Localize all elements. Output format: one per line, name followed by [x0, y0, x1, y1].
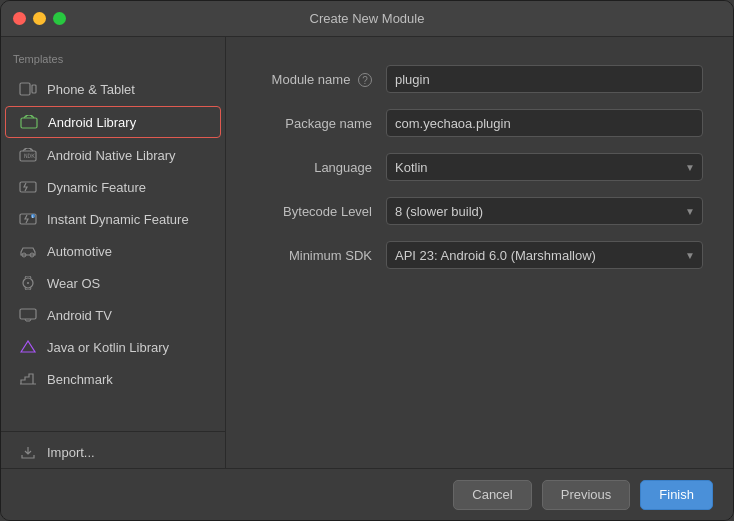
package-name-input[interactable] — [386, 109, 703, 137]
dynamic-feature-icon — [17, 178, 39, 196]
sidebar-item-instant-dynamic-feature[interactable]: i Instant Dynamic Feature — [5, 204, 221, 234]
android-library-icon — [18, 113, 40, 131]
svg-point-4 — [31, 116, 33, 118]
sidebar-item-dynamic-feature[interactable]: Dynamic Feature — [5, 172, 221, 202]
maximize-button[interactable] — [53, 12, 66, 25]
sidebar-item-label-automotive: Automotive — [47, 244, 112, 259]
package-name-row: Package name — [256, 109, 703, 137]
sidebar-item-label-android-native-library: Android Native Library — [47, 148, 176, 163]
sidebar-item-android-library[interactable]: Android Library — [5, 106, 221, 138]
min-sdk-select-wrapper: API 23: Android 6.0 (Marshmallow) API 21… — [386, 241, 703, 269]
minimize-button[interactable] — [33, 12, 46, 25]
svg-text:NDK: NDK — [24, 152, 35, 159]
sidebar-item-android-tv[interactable]: Android TV — [5, 300, 221, 330]
automotive-icon — [17, 242, 39, 260]
language-select[interactable]: Kotlin Java — [386, 153, 703, 181]
svg-point-3 — [25, 116, 27, 118]
svg-point-7 — [30, 149, 32, 151]
minimum-sdk-label: Minimum SDK — [256, 248, 386, 263]
svg-rect-17 — [20, 309, 36, 319]
window-title: Create New Module — [310, 11, 425, 26]
import-icon — [17, 443, 39, 461]
minimum-sdk-select[interactable]: API 23: Android 6.0 (Marshmallow) API 21… — [386, 241, 703, 269]
svg-rect-1 — [32, 85, 36, 93]
java-kotlin-library-icon — [17, 338, 39, 356]
title-bar: Create New Module — [1, 1, 733, 37]
dialog-footer: Cancel Previous Finish — [1, 468, 733, 520]
module-name-input[interactable] — [386, 65, 703, 93]
bytecode-level-label: Bytecode Level — [256, 204, 386, 219]
sidebar-item-phone-tablet[interactable]: Phone & Tablet — [5, 74, 221, 104]
instant-dynamic-feature-icon: i — [17, 210, 39, 228]
language-select-wrapper: Kotlin Java ▼ — [386, 153, 703, 181]
cancel-button[interactable]: Cancel — [453, 480, 531, 510]
minimum-sdk-row: Minimum SDK API 23: Android 6.0 (Marshma… — [256, 241, 703, 269]
svg-rect-2 — [21, 118, 37, 128]
sidebar-item-label-java-kotlin-library: Java or Kotlin Library — [47, 340, 169, 355]
sidebar-item-automotive[interactable]: Automotive — [5, 236, 221, 266]
close-button[interactable] — [13, 12, 26, 25]
sidebar-item-wear-os[interactable]: Wear OS — [5, 268, 221, 298]
svg-marker-18 — [21, 341, 35, 352]
sidebar-item-label-dynamic-feature: Dynamic Feature — [47, 180, 146, 195]
language-row: Language Kotlin Java ▼ — [256, 153, 703, 181]
language-label: Language — [256, 160, 386, 175]
sidebar-item-java-kotlin-library[interactable]: Java or Kotlin Library — [5, 332, 221, 362]
svg-rect-9 — [20, 182, 36, 192]
sidebar-item-android-native-library[interactable]: NDK Android Native Library — [5, 140, 221, 170]
sidebar-item-label-phone-tablet: Phone & Tablet — [47, 82, 135, 97]
previous-button[interactable]: Previous — [542, 480, 631, 510]
create-new-module-dialog: Create New Module Templates Phone & Tabl… — [0, 0, 734, 521]
sidebar-item-import[interactable]: Import... — [5, 437, 221, 467]
wear-os-icon — [17, 274, 39, 292]
package-name-label: Package name — [256, 116, 386, 131]
content-area: Templates Phone & Tablet — [1, 37, 733, 468]
main-area: Module name ? Package name Language Kotl… — [226, 37, 733, 468]
svg-point-16 — [27, 282, 29, 284]
sidebar-item-benchmark[interactable]: Benchmark — [5, 364, 221, 394]
android-native-library-icon: NDK — [17, 146, 39, 164]
sidebar: Templates Phone & Tablet — [1, 37, 226, 468]
bytecode-level-row: Bytecode Level 8 (slower build) 7 6 ▼ — [256, 197, 703, 225]
finish-button[interactable]: Finish — [640, 480, 713, 510]
sidebar-item-label-android-tv: Android TV — [47, 308, 112, 323]
bytecode-level-select[interactable]: 8 (slower build) 7 6 — [386, 197, 703, 225]
sidebar-item-label-instant-dynamic-feature: Instant Dynamic Feature — [47, 212, 189, 227]
android-tv-icon — [17, 306, 39, 324]
benchmark-icon — [17, 370, 39, 388]
sidebar-item-label-android-library: Android Library — [48, 115, 136, 130]
traffic-lights — [13, 12, 66, 25]
svg-point-6 — [24, 149, 26, 151]
svg-rect-0 — [20, 83, 30, 95]
sidebar-footer: Import... — [1, 431, 225, 468]
sidebar-item-label-wear-os: Wear OS — [47, 276, 100, 291]
sidebar-item-label-import: Import... — [47, 445, 95, 460]
phone-tablet-icon — [17, 80, 39, 98]
bytecode-select-wrapper: 8 (slower build) 7 6 ▼ — [386, 197, 703, 225]
module-name-help-icon[interactable]: ? — [358, 73, 372, 87]
module-name-label: Module name ? — [256, 72, 386, 87]
module-name-row: Module name ? — [256, 65, 703, 93]
sidebar-item-label-benchmark: Benchmark — [47, 372, 113, 387]
sidebar-header: Templates — [1, 47, 225, 73]
